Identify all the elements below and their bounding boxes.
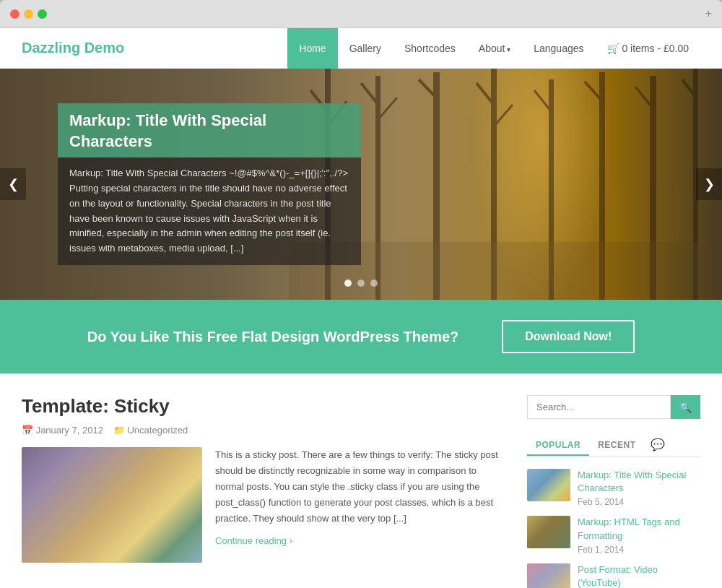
cta-band: Do You Like This Free Flat Design WordPr… bbox=[0, 300, 722, 373]
hero-title-box: Markup: Title With Special Characters bbox=[58, 103, 361, 157]
sticky-post: Template: Sticky 📅 January 7, 2012 📁 Unc… bbox=[22, 395, 505, 563]
sidebar-thumb-image-1 bbox=[527, 469, 570, 501]
sidebar-post-info-1: Markup: Title With Special Characters Fe… bbox=[578, 469, 700, 507]
nav-item-gallery[interactable]: Gallery bbox=[338, 28, 393, 69]
browser-chrome: + bbox=[0, 0, 722, 28]
folder-icon: 📁 bbox=[113, 425, 125, 436]
comments-icon[interactable]: 💬 bbox=[645, 433, 671, 456]
hero-text-box: Markup: Title With Special Characters ~!… bbox=[58, 157, 361, 265]
sidebar-thumb-image-3 bbox=[527, 563, 570, 588]
nav-item-shortcodes[interactable]: Shortcodes bbox=[393, 28, 467, 69]
sidebar-post-3: Post Format: Video (YouTube) Jun 2, 2010 bbox=[527, 563, 700, 588]
post-date: January 7, 2012 bbox=[36, 425, 103, 436]
sidebar-post-title-2[interactable]: Markup: HTML Tags and Formatting bbox=[578, 516, 700, 542]
tab-recent[interactable]: RECENT bbox=[589, 436, 644, 454]
browser-plus-icon[interactable]: + bbox=[705, 7, 712, 20]
hero-dot-1[interactable] bbox=[344, 280, 352, 287]
post-meta: 📅 January 7, 2012 📁 Uncategorized bbox=[22, 425, 505, 436]
hero-dots bbox=[344, 280, 378, 287]
search-input[interactable] bbox=[527, 395, 671, 419]
cta-text: Do You Like This Free Flat Design WordPr… bbox=[87, 329, 459, 345]
hero-title: Markup: Title With Special Characters bbox=[69, 111, 349, 152]
browser-window: + Dazzling Demo Home Gallery Shortcodes … bbox=[0, 0, 722, 588]
post-body: This is a sticky post. There are a few t… bbox=[22, 447, 505, 563]
post-thumbnail-image bbox=[22, 447, 202, 563]
hero-text: Markup: Title With Special Characters ~!… bbox=[69, 166, 349, 256]
hero-content: Markup: Title With Special Characters Ma… bbox=[58, 103, 361, 265]
download-now-button[interactable]: Download Now! bbox=[502, 320, 635, 353]
post-meta-date: 📅 January 7, 2012 bbox=[22, 425, 103, 436]
post-excerpt: This is a sticky post. There are a few t… bbox=[215, 447, 505, 527]
dot-green[interactable] bbox=[38, 9, 47, 19]
hero-next-button[interactable]: ❯ bbox=[696, 168, 722, 200]
site-logo[interactable]: Dazzling Demo bbox=[22, 40, 287, 56]
sidebar-post-date-1: Feb 5, 2014 bbox=[578, 497, 700, 507]
post-meta-category: 📁 Uncategorized bbox=[113, 425, 188, 436]
svg-line-11 bbox=[378, 98, 397, 119]
dot-red[interactable] bbox=[10, 9, 19, 19]
sidebar-post-info-3: Post Format: Video (YouTube) Jun 2, 2010 bbox=[578, 563, 700, 588]
sidebar-post-thumb-1 bbox=[527, 469, 570, 501]
site-header: Dazzling Demo Home Gallery Shortcodes Ab… bbox=[0, 28, 722, 69]
nav-item-cart[interactable]: 🛒 0 items - £0.00 bbox=[596, 28, 701, 69]
post-thumbnail bbox=[22, 447, 202, 563]
sidebar-post-thumb-3 bbox=[527, 563, 570, 588]
main-content: Template: Sticky 📅 January 7, 2012 📁 Unc… bbox=[0, 373, 722, 588]
post-category: Uncategorized bbox=[127, 425, 188, 436]
hero-dot-2[interactable] bbox=[357, 280, 365, 287]
nav-item-home[interactable]: Home bbox=[287, 28, 337, 69]
search-button[interactable]: 🔍 bbox=[671, 395, 700, 419]
tab-popular[interactable]: POPULAR bbox=[527, 436, 589, 456]
sidebar-posts-list: Markup: Title With Special Characters Fe… bbox=[527, 469, 700, 588]
sidebar-post-title-1[interactable]: Markup: Title With Special Characters bbox=[578, 469, 700, 495]
dot-yellow[interactable] bbox=[24, 9, 33, 19]
site: Dazzling Demo Home Gallery Shortcodes Ab… bbox=[0, 28, 722, 588]
continue-reading-link[interactable]: Continue reading bbox=[215, 535, 292, 546]
post-text-content: This is a sticky post. There are a few t… bbox=[215, 447, 505, 563]
sidebar-post-date-2: Feb 1, 2014 bbox=[578, 545, 700, 555]
sidebar-thumb-image-2 bbox=[527, 516, 570, 548]
sidebar-post-info-2: Markup: HTML Tags and Formatting Feb 1, … bbox=[578, 516, 700, 554]
hero-prev-button[interactable]: ❮ bbox=[0, 168, 26, 200]
nav-item-about[interactable]: About bbox=[467, 28, 522, 69]
sidebar-post-thumb-2 bbox=[527, 516, 570, 548]
sidebar-post-2: Markup: HTML Tags and Formatting Feb 1, … bbox=[527, 516, 700, 554]
sidebar-post-1: Markup: Title With Special Characters Fe… bbox=[527, 469, 700, 507]
sidebar-post-title-3[interactable]: Post Format: Video (YouTube) bbox=[578, 563, 700, 588]
sidebar-tabs-bar: POPULAR RECENT 💬 bbox=[527, 433, 700, 457]
nav-item-languages[interactable]: Languages bbox=[522, 28, 595, 69]
browser-dots bbox=[10, 9, 47, 19]
post-title: Template: Sticky bbox=[22, 395, 505, 418]
content-area: Template: Sticky 📅 January 7, 2012 📁 Unc… bbox=[22, 395, 505, 588]
calendar-icon: 📅 bbox=[22, 425, 33, 436]
search-box: 🔍 bbox=[527, 395, 700, 419]
hero-dot-3[interactable] bbox=[370, 280, 378, 287]
sidebar: 🔍 POPULAR RECENT 💬 Markup: Title With Sp… bbox=[527, 395, 700, 588]
hero-slider: Markup: Title With Special Characters Ma… bbox=[0, 69, 722, 300]
site-nav: Home Gallery Shortcodes About Languages … bbox=[287, 28, 700, 69]
